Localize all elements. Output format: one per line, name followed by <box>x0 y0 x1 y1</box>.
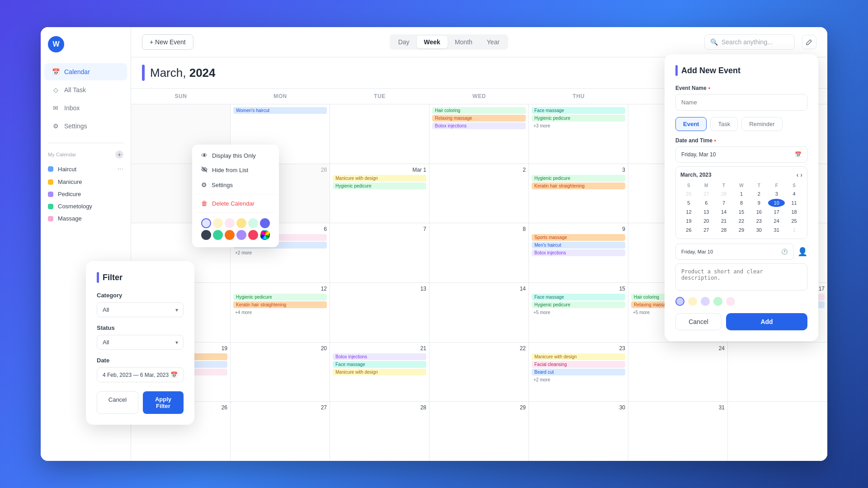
event-pill[interactable]: Women's haircut <box>233 107 327 114</box>
mini-cal-day[interactable]: 13 <box>698 208 715 216</box>
settings-menu-item[interactable]: ⚙ Settings <box>196 178 275 192</box>
sidebar-item-alltask[interactable]: ◇ All Task <box>44 81 127 99</box>
mini-cal-prev[interactable]: ‹ <box>797 171 799 178</box>
event-pill[interactable]: Manicure with design <box>333 175 426 182</box>
event-pill[interactable]: Hygienic pedicure <box>532 175 625 182</box>
event-pill[interactable]: Hygienic pedicure <box>532 115 625 122</box>
more-events-link[interactable]: +2 more <box>233 249 327 256</box>
mini-cal-day[interactable]: 25 <box>786 217 802 225</box>
display-only-menu-item[interactable]: 👁 Display this Only <box>196 148 275 163</box>
mini-cal-day[interactable]: 5 <box>680 199 697 207</box>
view-btn-year[interactable]: Year <box>480 36 507 48</box>
event-pill[interactable]: Beard cut <box>532 369 625 375</box>
filter-apply-button[interactable]: Apply Filter <box>143 391 184 414</box>
event-pill[interactable]: Relaxing massage <box>432 115 526 122</box>
event-pill[interactable]: Hair coloring <box>432 107 526 114</box>
color-option[interactable] <box>248 230 258 240</box>
event-pill[interactable]: Hygienic pedicure <box>233 294 327 300</box>
calendar-item-haircut[interactable]: Haircut ··· <box>41 162 131 176</box>
color-option[interactable] <box>248 218 258 228</box>
mini-cal-day[interactable]: 19 <box>680 217 697 225</box>
color-option[interactable] <box>260 218 270 228</box>
event-color-option[interactable] <box>701 297 710 306</box>
filter-date-input[interactable]: 4 Feb, 2023 — 6 Mar, 2023 📅 <box>97 367 184 382</box>
view-btn-week[interactable]: Week <box>417 36 448 48</box>
mini-cal-day[interactable]: 14 <box>716 208 732 216</box>
event-pill[interactable]: Botox injections <box>333 353 426 360</box>
search-box[interactable]: 🔍 Search anything... <box>704 34 795 50</box>
event-pill[interactable]: Face massage <box>532 107 625 114</box>
mini-cal-day[interactable]: 24 <box>768 217 785 225</box>
event-color-option[interactable] <box>713 297 722 306</box>
calendar-item-massage[interactable]: Massage <box>41 212 131 225</box>
mini-cal-day[interactable]: 6 <box>698 199 715 207</box>
mini-cal-day[interactable]: 1 <box>733 190 750 198</box>
mini-cal-next[interactable]: › <box>800 171 802 178</box>
mini-cal-day[interactable]: 4 <box>786 190 802 198</box>
calendar-item-manicure[interactable]: Manicure <box>41 176 131 188</box>
event-pill[interactable]: Face massage <box>532 294 625 300</box>
mini-cal-day[interactable]: 22 <box>733 217 750 225</box>
hide-from-list-menu-item[interactable]: Hide from List <box>196 163 275 178</box>
new-event-button[interactable]: + New Event <box>142 34 193 50</box>
event-pill[interactable]: Hygienic pedicure <box>333 183 426 189</box>
time-input[interactable]: Friday, Mar 10 🕐 <box>675 244 794 260</box>
delete-calendar-menu-item[interactable]: 🗑 Delete Calendar <box>196 196 275 211</box>
mini-cal-day[interactable]: 26 <box>680 190 697 198</box>
add-calendar-button[interactable]: + <box>115 150 123 159</box>
event-color-option[interactable] <box>726 297 735 306</box>
mini-cal-day[interactable]: 18 <box>786 208 802 216</box>
mini-cal-day[interactable]: 1 <box>786 226 802 234</box>
event-pill[interactable]: Men's haircut <box>532 242 625 249</box>
mini-cal-day[interactable]: 11 <box>786 199 802 207</box>
event-color-option[interactable] <box>688 297 697 306</box>
color-option[interactable] <box>213 230 223 240</box>
color-option[interactable] <box>225 230 235 240</box>
color-option[interactable] <box>236 230 246 240</box>
add-event-add-button[interactable]: Add <box>726 313 807 330</box>
event-pill[interactable]: Facial cleansing <box>532 361 625 368</box>
mini-cal-day[interactable]: 29 <box>733 226 750 234</box>
event-color-option[interactable] <box>675 297 684 306</box>
mini-cal-day[interactable]: 21 <box>716 217 732 225</box>
calendar-item-pedicure[interactable]: Pedicure <box>41 188 131 200</box>
edit-button[interactable] <box>802 35 816 49</box>
mini-cal-day[interactable]: 15 <box>733 208 750 216</box>
color-option[interactable] <box>225 218 235 228</box>
color-option[interactable] <box>236 218 246 228</box>
mini-cal-day[interactable]: 31 <box>768 226 785 234</box>
filter-cancel-button[interactable]: Cancel <box>97 391 138 414</box>
mini-cal-day[interactable]: 23 <box>750 217 767 225</box>
mini-cal-day[interactable]: 28 <box>716 226 732 234</box>
view-btn-month[interactable]: Month <box>448 36 480 48</box>
event-pill[interactable]: Hygienic pedicure <box>532 301 625 308</box>
more-events-link[interactable]: +5 more <box>532 309 625 316</box>
mini-cal-day[interactable]: 2 <box>750 190 767 198</box>
color-option[interactable] <box>213 218 223 228</box>
event-name-input[interactable] <box>675 94 807 111</box>
event-pill[interactable]: Keratin hair straightening <box>532 183 625 189</box>
event-pill[interactable]: Manicure with design <box>333 369 426 375</box>
event-pill[interactable]: Face massage <box>333 361 426 368</box>
type-btn-task[interactable]: Task <box>710 117 738 131</box>
app-logo[interactable]: W <box>48 36 64 52</box>
sidebar-item-calendar[interactable]: 📅 Calendar <box>44 63 127 80</box>
event-pill[interactable]: Manicure with design <box>532 353 625 360</box>
description-textarea[interactable] <box>675 263 807 291</box>
mini-cal-day[interactable]: 28 <box>716 190 732 198</box>
mini-cal-day[interactable]: 16 <box>750 208 767 216</box>
color-option-rainbow[interactable] <box>260 230 270 240</box>
sidebar-item-settings[interactable]: ⚙ Settings <box>44 117 127 135</box>
mini-cal-day[interactable]: 8 <box>733 199 750 207</box>
more-events-link[interactable]: +2 more <box>532 376 625 383</box>
sidebar-item-inbox[interactable]: ✉ Inbox <box>44 99 127 117</box>
filter-status-select[interactable]: All <box>97 335 184 350</box>
mini-cal-day[interactable]: 20 <box>698 217 715 225</box>
color-option[interactable] <box>201 230 211 240</box>
event-pill[interactable]: Botox injections <box>432 122 526 129</box>
mini-cal-day-selected[interactable]: 10 <box>768 199 785 207</box>
mini-cal-day[interactable]: 27 <box>698 226 715 234</box>
mini-cal-day[interactable]: 27 <box>698 190 715 198</box>
more-events-link[interactable]: +3 more <box>532 122 625 129</box>
date-input[interactable]: Friday, Mar 10 📅 <box>675 146 807 163</box>
